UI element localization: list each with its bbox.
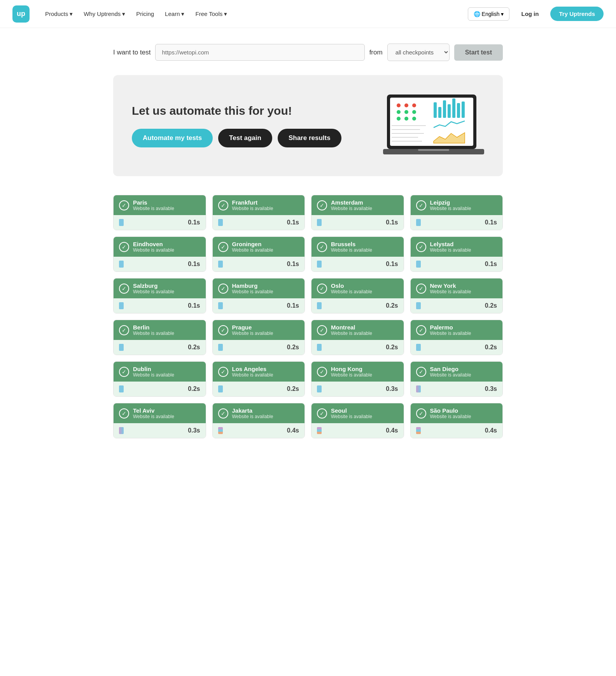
promo-image	[383, 91, 484, 161]
card-status: Website is available	[331, 247, 372, 253]
card-header: ✓ Hamburg Website is available	[213, 278, 305, 298]
result-card: ✓ Frankfurt Website is available 0.1s	[212, 195, 305, 230]
response-bar	[119, 302, 124, 309]
check-icon: ✓	[119, 200, 129, 210]
card-body: 0.4s	[213, 423, 305, 438]
result-card: ✓ Montreal Website is available 0.2s	[311, 320, 404, 355]
url-input[interactable]	[155, 44, 364, 61]
response-bar	[218, 427, 223, 434]
from-label: from	[369, 49, 383, 56]
card-info: Brussels Website is available	[331, 241, 372, 253]
share-results-button[interactable]: Share results	[278, 129, 341, 147]
svg-point-10	[412, 117, 416, 121]
result-card: ✓ San Diego Website is available 0.3s	[410, 361, 503, 397]
nav-why-uptrends[interactable]: Why Uptrends ▾	[79, 7, 130, 21]
card-city: Paris	[133, 199, 174, 206]
test-again-button[interactable]: Test again	[218, 129, 272, 147]
svg-point-3	[404, 103, 408, 107]
card-header: ✓ Los Angeles Website is available	[213, 362, 305, 382]
card-header: ✓ Groningen Website is available	[213, 237, 305, 257]
card-status: Website is available	[232, 289, 273, 294]
card-city: Dublin	[133, 366, 174, 372]
card-info: Jakarta Website is available	[232, 407, 273, 419]
card-time: 0.2s	[386, 344, 398, 351]
card-header: ✓ Jakarta Website is available	[213, 403, 305, 423]
result-card: ✓ Leipzig Website is available 0.1s	[410, 195, 503, 230]
card-city: San Diego	[430, 366, 471, 372]
card-city: Los Angeles	[232, 366, 273, 372]
check-icon: ✓	[218, 408, 228, 419]
start-test-button[interactable]: Start test	[454, 44, 503, 61]
chevron-down-icon: ▾	[501, 11, 504, 17]
url-bar: I want to test from all checkpoints Star…	[113, 44, 503, 61]
check-icon: ✓	[416, 408, 426, 419]
nav-learn[interactable]: Learn ▾	[160, 7, 189, 21]
try-uptrends-button[interactable]: Try Uptrends	[550, 7, 604, 21]
check-icon: ✓	[416, 284, 426, 294]
result-card: ✓ Los Angeles Website is available 0.2s	[212, 361, 305, 397]
card-time: 0.1s	[287, 219, 299, 226]
logo[interactable]: up	[12, 5, 30, 23]
card-body: 0.1s	[312, 257, 404, 271]
nav-products[interactable]: Products ▾	[40, 7, 77, 21]
card-status: Website is available	[430, 206, 471, 211]
check-icon: ✓	[317, 200, 327, 210]
card-status: Website is available	[133, 247, 174, 253]
card-body: 0.1s	[213, 298, 305, 313]
response-bar	[218, 302, 223, 309]
card-status: Website is available	[232, 414, 273, 419]
card-header: ✓ Tel Aviv Website is available	[114, 403, 206, 423]
response-bar	[416, 427, 421, 434]
language-selector[interactable]: 🌐 English ▾	[468, 7, 510, 21]
result-card: ✓ São Paulo Website is available 0.4s	[410, 403, 503, 438]
checkpoint-select[interactable]: all checkpoints	[387, 44, 450, 61]
promo-buttons: Automate my tests Test again Share resul…	[132, 129, 374, 147]
check-icon: ✓	[119, 242, 129, 252]
result-card: ✓ Amsterdam Website is available 0.1s	[311, 195, 404, 230]
result-card: ✓ Brussels Website is available 0.1s	[311, 236, 404, 272]
card-city: Eindhoven	[133, 241, 174, 247]
card-status: Website is available	[232, 331, 273, 336]
card-info: Amsterdam Website is available	[331, 199, 372, 211]
card-header: ✓ Dublin Website is available	[114, 362, 206, 382]
result-card: ✓ Seoul Website is available 0.4s	[311, 403, 404, 438]
card-info: Groningen Website is available	[232, 241, 273, 253]
url-bar-label: I want to test	[113, 49, 150, 56]
card-status: Website is available	[331, 289, 372, 294]
card-body: 0.1s	[411, 257, 503, 271]
card-header: ✓ Palermo Website is available	[411, 320, 503, 340]
response-bar	[317, 302, 322, 309]
nav-free-tools[interactable]: Free Tools ▾	[191, 7, 232, 21]
response-bar	[218, 261, 223, 268]
card-status: Website is available	[133, 331, 174, 336]
card-time: 0.4s	[485, 427, 497, 434]
card-body: 0.3s	[114, 423, 206, 438]
card-body: 0.1s	[213, 215, 305, 230]
card-status: Website is available	[232, 372, 273, 378]
card-info: Hamburg Website is available	[232, 282, 273, 294]
result-card: ✓ Salzburg Website is available 0.1s	[113, 278, 206, 313]
check-icon: ✓	[218, 284, 228, 294]
card-info: Eindhoven Website is available	[133, 241, 174, 253]
card-body: 0.2s	[114, 340, 206, 355]
response-bar	[218, 385, 223, 392]
automate-tests-button[interactable]: Automate my tests	[132, 129, 213, 147]
card-body: 0.3s	[312, 382, 404, 396]
card-info: Leipzig Website is available	[430, 199, 471, 211]
login-button[interactable]: Log in	[514, 7, 546, 20]
nav-pricing[interactable]: Pricing	[131, 7, 159, 20]
card-status: Website is available	[331, 372, 372, 378]
svg-rect-13	[443, 100, 446, 118]
card-status: Website is available	[133, 414, 174, 419]
check-icon: ✓	[317, 408, 327, 419]
nav-links: Products ▾ Why Uptrends ▾ Pricing Learn …	[40, 7, 468, 21]
response-bar	[119, 427, 124, 434]
result-card: ✓ Tel Aviv Website is available 0.3s	[113, 403, 206, 438]
card-body: 0.1s	[213, 257, 305, 271]
card-time: 0.3s	[386, 385, 398, 392]
response-bar	[317, 427, 322, 434]
card-status: Website is available	[232, 206, 273, 211]
result-card: ✓ Palermo Website is available 0.2s	[410, 320, 503, 355]
check-icon: ✓	[119, 284, 129, 294]
response-bar	[317, 219, 322, 226]
